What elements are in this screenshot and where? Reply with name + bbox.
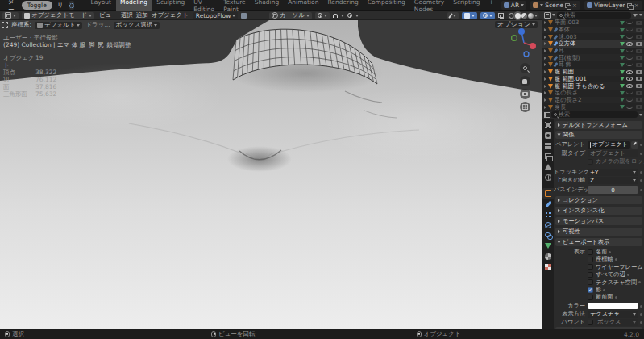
eye-closed-icon[interactable] [626,106,633,109]
animate-dot[interactable] [625,274,631,276]
properties-search[interactable] [551,111,638,118]
render-visibility-icon[interactable] [636,63,642,67]
animate-dot[interactable] [638,305,644,308]
checkbox-テクスチャ空間[interactable] [588,279,593,285]
expand-arrow-icon[interactable] [544,36,546,39]
eye-open-icon[interactable] [626,84,633,88]
tab-render[interactable] [542,130,554,140]
render-visibility-icon[interactable] [636,77,642,81]
coord-system-dropdown[interactable]: デフォルト [35,22,82,29]
eye-closed-icon[interactable] [626,28,633,31]
viewport-menu-ビュー[interactable]: ビュー [98,11,119,19]
animate-dot[interactable] [638,179,644,182]
animate-dot[interactable] [613,296,619,299]
expand-arrow-icon[interactable] [544,56,546,60]
expand-arrow-icon[interactable] [544,28,546,31]
camera-lock-checkbox[interactable] [588,159,593,165]
axis-gizmo[interactable] [511,25,538,59]
box-select-tool-icon[interactable] [2,22,8,28]
tab-physics[interactable] [542,220,554,230]
outliner-search[interactable] [557,12,631,19]
wireframe-shading-icon[interactable] [509,13,514,19]
viewport-menu-追加[interactable]: 追加 [135,11,150,19]
render-visibility-icon[interactable] [636,70,642,74]
section-2[interactable]: モーションパス [555,217,642,225]
tab-view-layer[interactable] [542,151,554,161]
animate-dot[interactable] [601,289,607,291]
properties-search-input[interactable] [559,111,635,118]
eye-open-icon[interactable] [626,77,633,81]
eye-closed-icon[interactable] [626,98,633,102]
expand-arrow-icon[interactable] [544,106,546,109]
checkbox-すべての辺[interactable] [588,272,593,278]
render-visibility-icon[interactable] [636,35,642,39]
snap-magnet-icon[interactable] [333,14,338,18]
expand-arrow-icon[interactable] [544,70,546,73]
viewport-menu-選択[interactable]: 選択 [119,11,135,19]
outliner-item[interactable]: 身長 [542,103,644,111]
overlays-toggle-button[interactable] [480,12,495,19]
checkbox-影[interactable]: ✓ [588,287,593,293]
parent-object-field[interactable]: オブジェクト [588,141,630,149]
animate-dot[interactable] [638,189,644,191]
parent-type-dropdown[interactable]: オブジェクト [588,150,638,157]
chevron-down-icon[interactable] [639,14,642,16]
expand-arrow-icon[interactable] [544,42,546,45]
expand-arrow-icon[interactable] [544,77,546,81]
expand-arrow-icon[interactable] [544,63,546,66]
properties-editor-icon[interactable] [544,112,550,118]
animate-dot[interactable] [638,313,644,316]
checkbox-ワイヤーフレーム[interactable] [588,264,593,270]
tab-material[interactable] [542,251,554,262]
viewlayer-selector[interactable]: ViewLayer × [584,1,642,10]
shading-chevron-icon[interactable] [534,15,538,17]
render-visibility-icon[interactable] [636,91,642,95]
tab-output[interactable] [542,140,554,151]
expand-arrow-icon[interactable] [544,49,546,52]
chevron-down-icon[interactable] [552,14,555,16]
unlink-scene-icon[interactable]: × [571,2,578,9]
animate-dot[interactable] [637,281,642,283]
section-0[interactable]: コレクション [555,196,642,204]
section-delta-transform[interactable]: デルタトランスフォーム [555,121,642,129]
eye-closed-icon[interactable] [626,21,633,24]
checkbox-座標軸[interactable] [588,257,593,262]
chevron-down-icon[interactable] [639,114,642,116]
tab-particles[interactable] [542,209,554,220]
eyedropper-icon[interactable] [631,141,638,149]
render-visibility-icon[interactable] [636,21,642,25]
new-viewlayer-icon[interactable] [627,3,632,8]
solid-shading-icon[interactable] [515,13,521,19]
tab-tool[interactable] [542,119,554,130]
eye-open-icon[interactable] [626,42,633,46]
section-1[interactable]: インスタンス化 [555,207,642,215]
expand-arrow-icon[interactable] [544,98,546,102]
mode-dropdown[interactable]: AR [501,1,526,10]
bounds-checkbox[interactable] [588,320,593,325]
section-3[interactable]: 可視性 [555,228,642,236]
color-swatch[interactable] [588,303,638,309]
animate-dot[interactable] [613,258,619,261]
tab-object-data[interactable] [542,241,554,251]
animate-dot[interactable] [638,153,644,155]
expand-arrow-icon[interactable] [544,91,546,94]
outliner-search-input[interactable] [564,12,629,19]
eye-closed-icon[interactable] [626,91,633,94]
falloff-chevron-icon[interactable] [355,15,359,17]
new-scene-icon[interactable] [565,3,570,8]
pan-button[interactable] [520,76,530,86]
tab-constraints[interactable] [542,230,554,241]
render-visibility-icon[interactable] [636,98,642,102]
camera-view-button[interactable] [520,89,530,99]
box-select-dropdown[interactable]: ボックス選択 [114,22,160,29]
eye-open-icon[interactable] [626,70,633,74]
editor-type-button[interactable] [2,12,19,19]
xray-toggle-icon[interactable] [498,13,504,18]
remove-viewlayer-icon[interactable]: × [634,2,640,9]
mode-selector-dropdown[interactable]: オブジェクトモード [22,12,94,19]
snap-settings-chevron-icon[interactable] [341,15,344,17]
settings-gear-button[interactable] [69,1,74,10]
animate-dot[interactable] [607,251,613,253]
animate-dot[interactable] [638,321,644,324]
addon-icon[interactable] [241,13,247,19]
